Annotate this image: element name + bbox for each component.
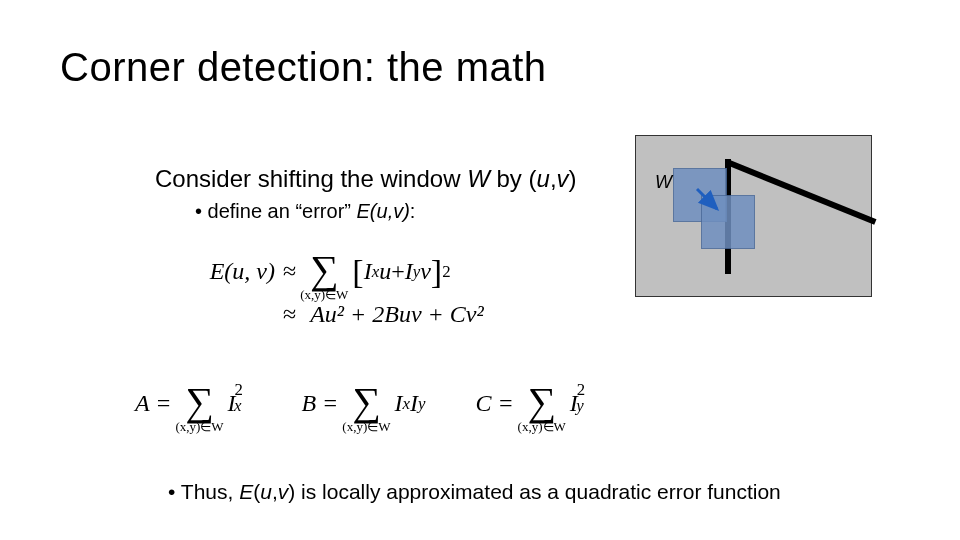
bullet2-E: E xyxy=(239,480,253,503)
shift-arrow-icon xyxy=(693,185,725,217)
subhead-line: Consider shifting the window W by (u,v) xyxy=(155,165,577,193)
figure-W-label: W xyxy=(655,172,672,193)
bullet2-v: v xyxy=(278,480,289,503)
eq1-Iy: I xyxy=(405,258,413,285)
formula-coefficients: A = ∑ (x,y)∈W I2x B = ∑ (x,y)∈W IxIy C =… xyxy=(135,380,875,427)
B-Iy: I xyxy=(410,390,418,417)
C-sum-under: (x,y)∈W xyxy=(518,420,566,433)
eq1-v: v xyxy=(420,258,431,285)
coef-C: C = ∑ (x,y)∈W I2y xyxy=(475,380,593,427)
svg-line-0 xyxy=(697,189,717,209)
sigma-icon: ∑ xyxy=(185,386,214,418)
sigma-icon: ∑ xyxy=(310,254,339,286)
subhead-comma: , xyxy=(550,165,557,192)
subhead-u: u xyxy=(537,165,550,192)
subhead-text-post: ) xyxy=(569,165,577,192)
bullet1-post: : xyxy=(410,200,416,222)
A-lhs: A = xyxy=(135,390,171,417)
formula-main: E(u, v) ≈ ∑ (x,y)∈W [Ixu + Iyv]2 ≈ Au² +… xyxy=(180,248,700,334)
subhead-W: W xyxy=(467,165,490,192)
B-Ix: I xyxy=(395,390,403,417)
A-sum: ∑ (x,y)∈W xyxy=(175,386,223,433)
B-Iy-sub: y xyxy=(418,394,425,414)
eq-line1: E(u, v) ≈ ∑ (x,y)∈W [Ixu + Iyv]2 xyxy=(180,248,700,295)
subhead-text-pre: Consider shifting the window xyxy=(155,165,467,192)
bullet2-pre: • Thus, xyxy=(168,480,239,503)
sigma-icon: ∑ xyxy=(527,386,556,418)
eq1-lhs: E(u, v) xyxy=(210,258,275,284)
B-Ix-sub: x xyxy=(403,394,410,414)
bullet2-post: is locally approximated as a quadratic e… xyxy=(295,480,781,503)
C-lhs: C = xyxy=(475,390,513,417)
bullet2-u: u xyxy=(260,480,272,503)
eq1-sum-under: (x,y)∈W xyxy=(300,288,348,301)
slide-title: Corner detection: the math xyxy=(60,45,547,90)
eq1-u: u xyxy=(379,258,391,285)
C-suby: y xyxy=(576,396,583,416)
bullet1-pre: • define an “error” xyxy=(195,200,357,222)
eq2-approx: ≈ xyxy=(283,301,296,328)
bullet-conclusion: • Thus, E(u,v) is locally approximated a… xyxy=(168,480,781,504)
slide: Corner detection: the math Consider shif… xyxy=(0,0,960,540)
A-sum-under: (x,y)∈W xyxy=(175,420,223,433)
eq1-sum: ∑ (x,y)∈W xyxy=(300,254,348,301)
A-subx: x xyxy=(234,396,241,416)
eq1-bracket-close: ] xyxy=(431,253,442,291)
bullet1-E: E(u,v) xyxy=(357,200,410,222)
eq1-Iy-sub: y xyxy=(413,262,420,282)
eq1-approx: ≈ xyxy=(283,258,296,285)
C-sum: ∑ (x,y)∈W xyxy=(518,386,566,433)
eq1-Ix-sub: x xyxy=(372,262,379,282)
subhead-v: v xyxy=(557,165,569,192)
subhead-text-mid: by ( xyxy=(490,165,537,192)
eq-line2: ≈ Au² + 2Buv + Cv² xyxy=(180,301,700,328)
bullet-define-error: • define an “error” E(u,v): xyxy=(195,200,415,223)
coef-A: A = ∑ (x,y)∈W I2x xyxy=(135,380,251,427)
eq1-sq: 2 xyxy=(442,262,450,282)
B-sum-under: (x,y)∈W xyxy=(342,420,390,433)
coef-B: B = ∑ (x,y)∈W IxIy xyxy=(301,380,425,427)
eq1-Ix: I xyxy=(364,258,372,285)
eq1-plus: + xyxy=(391,258,405,285)
eq2-rhs: Au² + 2Buv + Cv² xyxy=(310,301,483,328)
sigma-icon: ∑ xyxy=(352,386,381,418)
B-sum: ∑ (x,y)∈W xyxy=(342,386,390,433)
B-lhs: B = xyxy=(301,390,338,417)
eq1-bracket-open: [ xyxy=(352,253,363,291)
